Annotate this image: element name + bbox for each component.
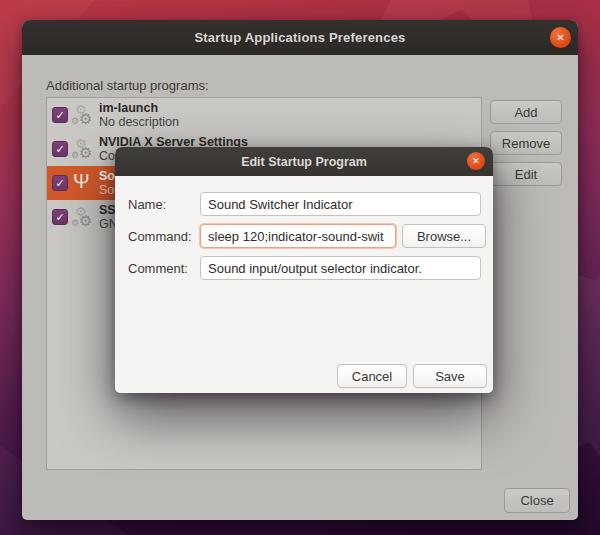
sound-switcher-icon: Ψ xyxy=(70,168,94,198)
check-icon: ✓ xyxy=(55,212,64,223)
item-subtitle: No description xyxy=(99,115,179,129)
save-button[interactable]: Save xyxy=(413,364,487,388)
close-icon: ✕ xyxy=(472,156,480,166)
dialog-titlebar[interactable]: Edit Startup Program ✕ xyxy=(115,147,493,176)
gears-icon: ⚙⚙⚙ xyxy=(70,134,94,164)
dialog-close-button[interactable]: ✕ xyxy=(467,152,485,170)
additional-programs-label: Additional startup programs: xyxy=(46,78,209,93)
close-icon: ✕ xyxy=(556,32,564,43)
window-title: Startup Applications Preferences xyxy=(194,30,405,45)
command-input[interactable] xyxy=(200,224,396,248)
remove-button[interactable]: Remove xyxy=(490,131,562,155)
add-button[interactable]: Add xyxy=(490,100,562,124)
gears-icon: ⚙⚙⚙ xyxy=(70,100,94,130)
check-icon: ✓ xyxy=(55,110,64,121)
dialog-title: Edit Startup Program xyxy=(241,155,367,169)
enabled-checkbox[interactable]: ✓ xyxy=(52,141,68,157)
check-icon: ✓ xyxy=(55,178,64,189)
command-label: Command: xyxy=(128,229,192,244)
name-label: Name: xyxy=(128,197,166,212)
comment-input[interactable] xyxy=(200,256,481,280)
edit-startup-program-dialog: Edit Startup Program ✕ Name: Command: Br… xyxy=(115,147,493,393)
comment-label: Comment: xyxy=(128,261,188,276)
item-title: im-launch xyxy=(99,101,179,115)
enabled-checkbox[interactable]: ✓ xyxy=(52,107,68,123)
name-input[interactable] xyxy=(200,192,481,216)
gears-icon: ⚙⚙⚙ xyxy=(70,202,94,232)
list-item-im-launch[interactable]: ✓ ⚙⚙⚙ im-launch No description xyxy=(47,98,481,132)
browse-button[interactable]: Browse... xyxy=(402,224,486,248)
edit-button[interactable]: Edit xyxy=(490,162,562,186)
check-icon: ✓ xyxy=(55,144,64,155)
cancel-button[interactable]: Cancel xyxy=(337,364,407,388)
enabled-checkbox[interactable]: ✓ xyxy=(52,209,68,225)
enabled-checkbox[interactable]: ✓ xyxy=(52,175,68,191)
window-titlebar[interactable]: Startup Applications Preferences ✕ xyxy=(22,20,578,55)
window-close-button[interactable]: ✕ xyxy=(550,27,571,48)
close-window-button[interactable]: Close xyxy=(504,488,570,513)
